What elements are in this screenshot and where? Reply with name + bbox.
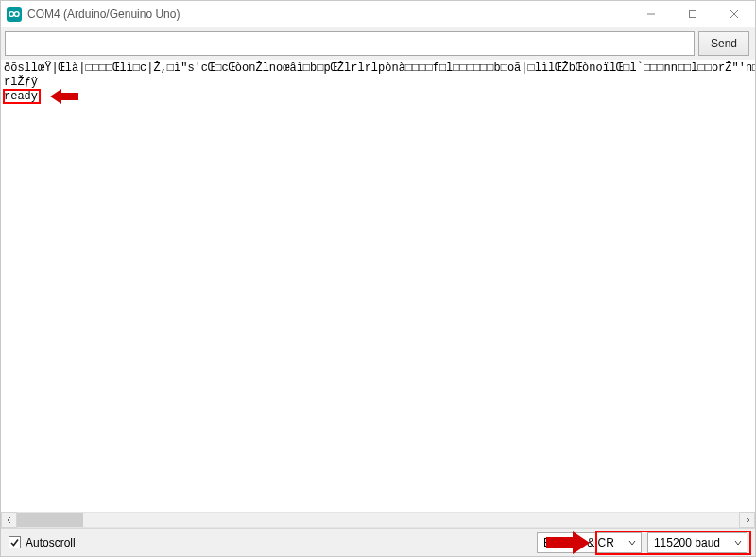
maximize-button[interactable]: [672, 1, 713, 27]
checkmark-icon: [9, 536, 21, 548]
annotation-arrow-icon: [50, 88, 78, 110]
window-title: COM4 (Arduino/Genuino Uno): [27, 8, 180, 21]
svg-rect-4: [690, 11, 696, 18]
close-button[interactable]: [713, 1, 755, 27]
scroll-thumb[interactable]: [17, 513, 83, 527]
annotation-arrow-icon: [546, 531, 590, 555]
serial-output[interactable]: ðõsllœŸ|Œlà|□□□□Œlì□c|Ž,□ì"s'cŒ□cŒòonŽln…: [1, 60, 755, 512]
autoscroll-label: Autoscroll: [26, 536, 76, 549]
output-line: rlŽƒÿ: [4, 76, 752, 90]
serial-input[interactable]: [5, 31, 695, 56]
arduino-logo-icon: [7, 7, 22, 22]
window-controls: [630, 1, 755, 27]
send-row: Send: [1, 27, 755, 60]
minimize-button[interactable]: [630, 1, 672, 27]
scroll-right-button[interactable]: [739, 512, 755, 528]
bottom-bar: Autoscroll Both NL & CR 115200 baud: [1, 528, 755, 556]
svg-marker-7: [50, 89, 78, 104]
baud-rate-value: 115200 baud: [654, 536, 720, 549]
output-line: ðõsllœŸ|Œlà|□□□□Œlì□c|Ž,□ì"s'cŒ□cŒòonŽln…: [4, 61, 752, 76]
titlebar: COM4 (Arduino/Genuino Uno): [1, 1, 755, 27]
chevron-down-icon: [627, 539, 637, 547]
send-button[interactable]: Send: [698, 31, 749, 56]
autoscroll-checkbox[interactable]: Autoscroll: [9, 536, 76, 549]
output-line: ready: [4, 90, 752, 104]
baud-rate-select[interactable]: 115200 baud: [647, 532, 747, 553]
chevron-down-icon: [733, 539, 743, 547]
serial-monitor-window: COM4 (Arduino/Genuino Uno) Send ðõsllœŸ|…: [0, 0, 756, 557]
horizontal-scrollbar[interactable]: [1, 512, 755, 528]
scroll-left-button[interactable]: [1, 512, 17, 528]
svg-marker-8: [546, 531, 590, 554]
scroll-track[interactable]: [17, 512, 739, 528]
